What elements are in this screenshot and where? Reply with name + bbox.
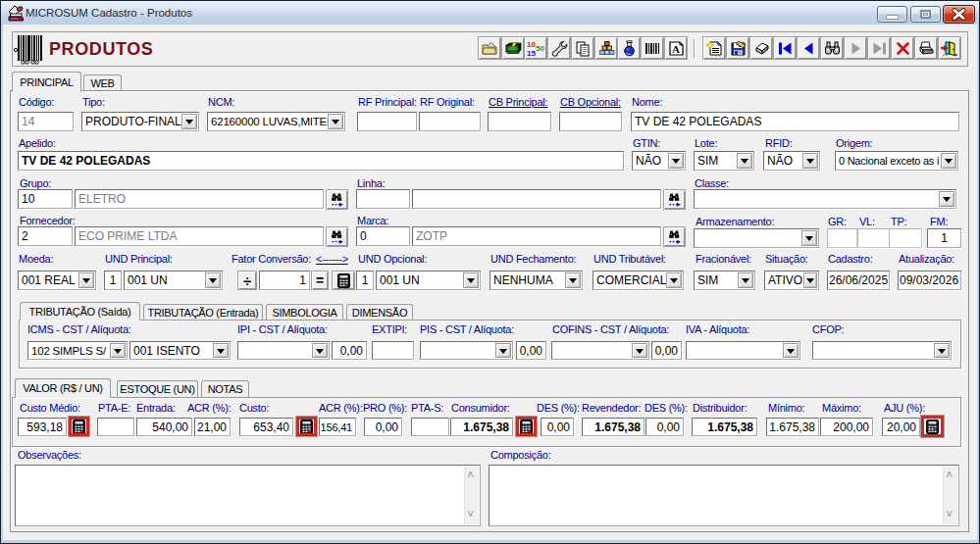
svg-text:50: 50	[536, 44, 544, 53]
svg-text:A: A	[672, 43, 680, 55]
